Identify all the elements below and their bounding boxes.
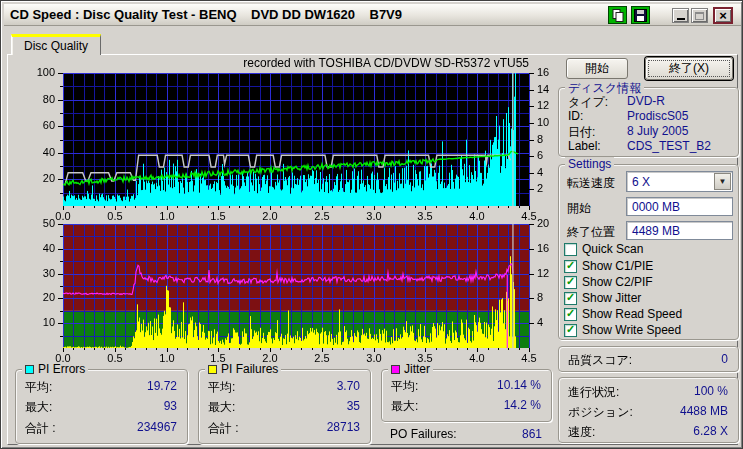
avg-value: 3.70 [337, 379, 360, 393]
title-bar[interactable]: CD Speed : Disc Quality Test - BENQ DVD … [4, 4, 741, 26]
start-position-label: 開始 [567, 200, 591, 217]
pi-failures-legend: PI Failures [205, 362, 281, 376]
show-read-speed-checkbox[interactable]: Show Read Speed [564, 307, 682, 321]
settings-title: Settings [565, 157, 614, 171]
app-window: CD Speed : Disc Quality Test - BENQ DVD … [0, 0, 743, 449]
pi-errors-title: PI Errors [38, 362, 85, 376]
checkbox-label: Show Read Speed [582, 307, 682, 321]
jitter-swatch [391, 365, 400, 374]
avg-label: 平均: [25, 379, 52, 396]
avg-value: 10.14 % [497, 378, 541, 392]
id-label: ID: [568, 109, 583, 123]
pi-failures-title: PI Failures [221, 362, 278, 376]
copy-icon-glyph [612, 9, 624, 22]
close-icon: × [719, 8, 727, 23]
position-value: 4488 MB [680, 404, 728, 418]
checkbox-label: Show Jitter [582, 291, 641, 305]
jitter-legend: Jitter [388, 362, 433, 376]
exit-button[interactable]: 終了(X) [645, 57, 733, 80]
show-c2-pif-checkbox[interactable]: Show C2/PIF [564, 275, 653, 289]
copy-icon[interactable] [608, 6, 627, 24]
label-label: Label: [568, 139, 601, 153]
pi-errors-box: PI Errors 平均:19.72 最大:93 合計 :234967 [15, 369, 188, 444]
minimize-icon [677, 18, 685, 20]
progress-box: 進行状況:100 % ポジション:4488 MB 速度:6.28 X [558, 377, 739, 443]
quality-score-label: 品質スコア: [568, 352, 632, 369]
end-position-value: 4489 MB [632, 224, 680, 238]
checkbox-label: Show C2/PIF [582, 275, 653, 289]
quality-score-value: 0 [721, 352, 728, 366]
max-value: 35 [347, 399, 360, 413]
pi-failures-box: PI Failures 平均:3.70 最大:35 合計 :28713 [198, 369, 371, 444]
progress-value: 100 % [694, 384, 728, 398]
chart-recorded-with-label: recorded with TOSHIBA CD/DVDW SD-R5372 v… [151, 56, 529, 70]
transfer-speed-value: 6 X [632, 175, 650, 189]
pi-errors-swatch [25, 365, 34, 374]
total-value: 234967 [137, 420, 177, 434]
maximize-icon [695, 12, 704, 20]
transfer-speed-select[interactable]: 6 X ▼ [626, 171, 733, 192]
avg-label: 平均: [391, 378, 418, 395]
pi-failures-swatch [208, 365, 217, 374]
max-label: 最大: [25, 399, 52, 416]
transfer-speed-label: 転送速度 [567, 175, 615, 192]
maximize-button[interactable] [691, 8, 708, 23]
checkbox-icon [564, 308, 577, 321]
max-label: 最大: [391, 398, 418, 415]
checkbox-icon [564, 292, 577, 305]
start-position-value: 0000 MB [632, 200, 680, 214]
quality-score-box: 品質スコア:0 [558, 346, 739, 372]
show-write-speed-checkbox[interactable]: Show Write Speed [564, 323, 681, 337]
chevron-down-icon[interactable]: ▼ [714, 173, 731, 190]
save-icon-glyph [634, 9, 647, 22]
max-label: 最大: [208, 399, 235, 416]
quick-scan-checkbox[interactable]: Quick Scan [564, 242, 643, 256]
id-value: ProdiscS05 [627, 109, 688, 123]
max-value: 14.2 % [504, 398, 541, 412]
avg-label: 平均: [208, 379, 235, 396]
position-label: ポジション: [568, 404, 633, 421]
avg-value: 19.72 [147, 379, 177, 393]
close-button[interactable]: × [713, 7, 733, 24]
total-label: 合計 : [25, 420, 56, 437]
checkbox-icon [564, 276, 577, 289]
po-failures-value: 861 [522, 427, 542, 441]
checkbox-label: Show C1/PIE [582, 259, 653, 273]
end-position-label: 終了位置 [567, 224, 615, 241]
date-value: 8 July 2005 [627, 124, 688, 138]
total-value: 28713 [327, 420, 360, 434]
type-value: DVD-R [627, 94, 665, 108]
total-label: 合計 : [208, 420, 239, 437]
window-title: CD Speed : Disc Quality Test - BENQ DVD … [4, 7, 402, 22]
tab-disc-quality[interactable]: Disc Quality [11, 34, 101, 55]
exit-button-label: 終了(X) [669, 60, 709, 77]
speed-value: 6.28 X [693, 424, 728, 438]
jitter-box: Jitter 平均:10.14 % 最大:14.2 % [381, 369, 552, 422]
po-failures-row: PO Failures: 861 [381, 427, 552, 443]
progress-label: 進行状況: [568, 384, 619, 401]
minimize-button[interactable] [672, 8, 689, 23]
start-position-input[interactable]: 0000 MB [626, 197, 733, 216]
save-icon[interactable] [631, 6, 650, 24]
tab-label: Disc Quality [24, 39, 88, 53]
start-button-label: 開始 [585, 60, 609, 77]
end-position-input[interactable]: 4489 MB [626, 221, 733, 240]
quality-charts-canvas [21, 61, 556, 367]
checkbox-label: Quick Scan [582, 242, 643, 256]
checkbox-icon [564, 324, 577, 337]
checkbox-icon [564, 243, 577, 256]
checkbox-icon [564, 260, 577, 273]
jitter-title: Jitter [404, 362, 430, 376]
pi-errors-legend: PI Errors [22, 362, 88, 376]
show-jitter-checkbox[interactable]: Show Jitter [564, 291, 641, 305]
speed-label: 速度: [568, 424, 595, 441]
max-value: 93 [164, 399, 177, 413]
label-value: CDS_TEST_B2 [627, 139, 711, 153]
start-button[interactable]: 開始 [566, 58, 628, 79]
show-c1-pie-checkbox[interactable]: Show C1/PIE [564, 259, 653, 273]
po-failures-label: PO Failures: [390, 427, 457, 441]
checkbox-label: Show Write Speed [582, 323, 681, 337]
disc-info-group: ディスク情報 タイプ:DVD-R ID:ProdiscS05 日付:8 July… [558, 87, 739, 157]
